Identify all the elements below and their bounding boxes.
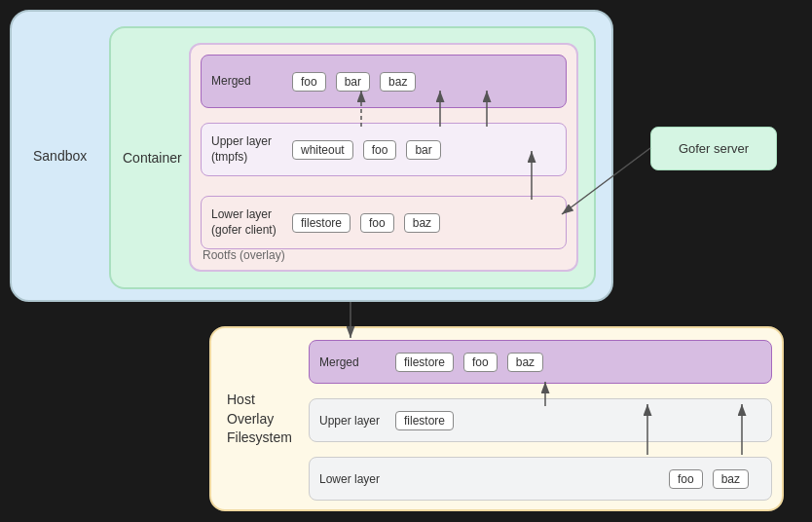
host-merged-baz: baz [507, 353, 543, 372]
upper-file-bar: bar [406, 140, 440, 160]
merged-title: Merged [202, 74, 289, 90]
lower-file-foo: foo [360, 213, 394, 233]
host-merged-filestore: filestore [395, 353, 454, 372]
diagram-area: Sandbox Container Rootfs (overlay) Merge… [0, 0, 812, 522]
host-merged-row: Merged filestore foo baz [309, 340, 772, 384]
lower-title: Lower layer(gofer client) [202, 207, 289, 238]
host-merged-title: Merged [310, 355, 392, 369]
host-merged-files: filestore foo baz [392, 353, 546, 372]
upper-title: Upper layer(tmpfs) [202, 134, 289, 165]
lower-row: Lower layer(gofer client) filestore foo … [201, 196, 567, 249]
host-upper-row: Upper layer filestore [309, 398, 772, 442]
host-box: HostOverlayFilesystem Merged filestore f… [209, 326, 784, 511]
host-label: HostOverlayFilesystem [227, 391, 292, 448]
container-label: Container [123, 150, 182, 166]
rootfs-box: Rootfs (overlay) Merged foo bar baz Uppe… [189, 43, 578, 272]
host-merged-foo: foo [463, 353, 498, 372]
merged-file-bar: bar [336, 72, 370, 92]
rootfs-label: Rootfs (overlay) [203, 248, 285, 262]
container-box: Container Rootfs (overlay) Merged foo ba… [109, 26, 596, 289]
merged-row: Merged foo bar baz [201, 55, 567, 108]
host-lower-row: Lower layer foo baz [309, 457, 772, 501]
host-lower-baz: baz [713, 469, 749, 489]
merged-file-foo: foo [292, 72, 326, 92]
upper-file-foo: foo [363, 140, 397, 160]
upper-files: whiteout foo bar [289, 140, 444, 160]
host-lower-foo: foo [669, 469, 703, 489]
upper-file-whiteout: whiteout [292, 140, 353, 160]
host-upper-files: filestore [392, 411, 457, 430]
lower-files: filestore foo baz [289, 213, 443, 233]
merged-file-baz: baz [380, 72, 416, 92]
host-upper-filestore: filestore [395, 411, 454, 430]
merged-files: foo bar baz [289, 72, 419, 92]
lower-file-baz: baz [404, 213, 440, 233]
host-upper-title: Upper layer [310, 414, 392, 428]
host-lower-files: foo baz [666, 469, 752, 489]
host-lower-title: Lower layer [310, 472, 392, 486]
lower-file-filestore: filestore [292, 213, 351, 233]
gofer-box: Gofer server [650, 127, 777, 170]
sandbox-label: Sandbox [33, 148, 87, 164]
sandbox-box: Sandbox Container Rootfs (overlay) Merge… [10, 10, 613, 302]
gofer-label: Gofer server [679, 141, 749, 156]
upper-row: Upper layer(tmpfs) whiteout foo bar [201, 123, 567, 176]
